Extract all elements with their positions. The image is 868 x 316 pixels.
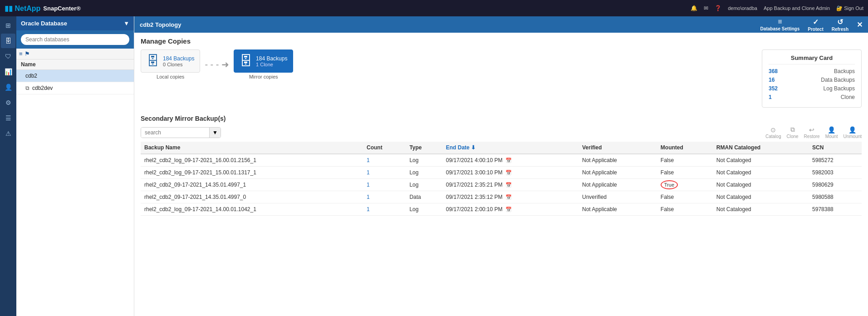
backup-search-input[interactable] [141,128,209,138]
mount-button[interactable]: 👤 Mount [825,126,838,139]
close-icon[interactable]: ✕ [857,20,863,29]
mirror-copies-info: 184 Backups 1 Clone [256,55,287,67]
verified-cell: Not Applicable [579,154,657,167]
col-backup-name: Backup Name [141,142,363,154]
catalog-button[interactable]: ⊙ Catalog [765,126,781,139]
topology-section: 🗄 184 Backups 0 Clones Local copies - - … [141,49,862,108]
type-cell: Log [406,154,442,167]
rman-cell: Not Cataloged [713,203,809,216]
database-settings-button[interactable]: ≡ Database Settings [760,18,800,31]
refresh-button[interactable]: ↺ Refresh [832,18,848,32]
flag-icon[interactable]: ⚑ [25,50,30,57]
search-input[interactable] [21,34,129,45]
nav-settings[interactable]: ⚙ [1,95,15,110]
summary-clone-label: Clone [841,94,855,100]
mirror-copies-card[interactable]: 🗄 184 Backups 1 Clone [234,49,293,73]
local-copies-db-icon: 🗄 [147,54,159,69]
main-layout: ⊞ 🗄 🛡 📊 👤 ⚙ ☰ ⚠ Oracle Database ▼ ≡ ⚑ Na… [0,16,868,316]
local-backups-count: 184 Backups [163,55,194,62]
type-cell: Log [406,167,442,179]
summary-clone-num[interactable]: 1 [769,94,772,100]
calendar-icon: 📅 [505,170,512,175]
scn-cell: 5985272 [809,154,862,167]
filter-icon[interactable]: ≡ [19,50,23,57]
count-cell: 1 [363,154,406,167]
scn-cell: 5982003 [809,167,862,179]
table-row[interactable]: rhel2_cdb2_09-17-2021_14.35.01.4997_0 1 … [141,191,862,203]
summary-log-backups-num[interactable]: 352 [769,85,778,92]
backup-name-cell: rhel2_cdb2_09-17-2021_14.35.01.4997_0 [141,191,363,203]
count-link[interactable]: 1 [367,169,370,176]
table-row[interactable]: rhel2_cdb2_log_09-17-2021_16.00.01.2156_… [141,154,862,167]
summary-row-backups: 368 Backups [769,68,855,74]
icon-nav: ⊞ 🗄 🛡 📊 👤 ⚙ ☰ ⚠ [0,16,16,316]
count-cell: 1 [363,191,406,203]
local-copies-group: 🗄 184 Backups 0 Clones Local copies [141,49,200,79]
local-copies-card[interactable]: 🗄 184 Backups 0 Clones [141,49,200,73]
backup-name-cell: rhel2_cdb2_log_09-17-2021_16.00.01.2156_… [141,154,363,167]
nav-database[interactable]: 🗄 [1,34,15,48]
rman-cell: Not Cataloged [713,154,809,167]
summary-backups-label: Backups [834,68,855,74]
snapcenter-label: SnapCenter® [43,5,81,12]
nav-list[interactable]: ☰ [1,111,15,125]
topology-row: 🗄 184 Backups 0 Clones Local copies - - … [141,49,753,79]
sidebar-title: Oracle Database [21,20,67,27]
mail-icon[interactable]: ✉ [704,5,708,11]
manage-copies-title: Manage Copies [141,37,862,45]
unmount-button[interactable]: 👤 Unmount [843,126,862,139]
protect-button[interactable]: ✓ Protect [808,18,823,32]
restore-label: Restore [804,134,820,139]
summary-data-backups-num[interactable]: 16 [769,77,775,83]
nav-user[interactable]: 👤 [1,80,15,94]
count-cell: 1 [363,179,406,191]
table-row[interactable]: rhel2_cdb2_09-17-2021_14.35.01.4997_1 1 … [141,179,862,191]
table-row[interactable]: rhel2_cdb2_log_09-17-2021_14.00.01.1042_… [141,203,862,216]
count-link[interactable]: 1 [367,206,370,212]
catalog-icon: ⊙ [770,126,776,133]
verified-cell: Not Applicable [579,167,657,179]
backup-name-cell: rhel2_cdb2_09-17-2021_14.35.01.4997_1 [141,179,363,191]
sidebar-search-container [16,30,134,49]
count-link[interactable]: 1 [367,182,370,188]
count-cell: 1 [363,203,406,216]
database-settings-label: Database Settings [760,26,800,31]
content-topbar-buttons: ≡ Database Settings ✓ Protect ↺ Refresh … [760,18,863,32]
local-copies-info: 184 Backups 0 Clones [163,55,194,67]
topology-copies: 🗄 184 Backups 0 Clones Local copies - - … [141,49,753,108]
mounted-cell: False [657,203,713,216]
mounted-badge: True [661,180,678,189]
col-type: Type [406,142,442,154]
type-cell: Log [406,179,442,191]
sidebar-item-cdb2dev[interactable]: ⧉ cdb2dev [16,82,134,94]
summary-data-backups-label: Data Backups [821,77,855,83]
restore-button[interactable]: ↩ Restore [804,126,820,139]
sidebar-collapse-icon[interactable]: ▼ [123,20,129,27]
nav-shield[interactable]: 🛡 [1,49,15,64]
bell-icon[interactable]: 🔔 [691,5,697,11]
type-cell: Log [406,203,442,216]
help-icon[interactable]: ❓ [715,5,721,11]
col-rman: RMAN Cataloged [713,142,809,154]
clone-button[interactable]: ⧉ Clone [786,126,798,139]
count-link[interactable]: 1 [367,194,370,200]
admin-link[interactable]: App Backup and Clone Admin [764,5,830,11]
catalog-label: Catalog [765,134,781,139]
col-scn: SCN [809,142,862,154]
filter-icon[interactable]: ▼ [209,128,221,138]
restore-icon: ↩ [809,126,814,133]
table-row[interactable]: rhel2_cdb2_log_09-17-2021_15.00.01.1317_… [141,167,862,179]
summary-row-log-backups: 352 Log Backups [769,85,855,92]
nav-alert[interactable]: ⚠ [1,126,15,141]
col-end-date[interactable]: End Date ⬇ [442,142,579,154]
sidebar-item-cdb2[interactable]: cdb2 [16,70,134,82]
nav-chart[interactable]: 📊 [1,64,15,79]
summary-backups-num[interactable]: 368 [769,68,778,74]
nav-home[interactable]: ⊞ [1,18,15,33]
mounted-cell: False [657,167,713,179]
verified-cell: Not Applicable [579,179,657,191]
sidebar-col-header: Name [16,59,134,70]
count-link[interactable]: 1 [367,157,370,163]
signout-button[interactable]: 🔐 Sign Out [836,5,863,11]
rman-cell: Not Cataloged [713,191,809,203]
